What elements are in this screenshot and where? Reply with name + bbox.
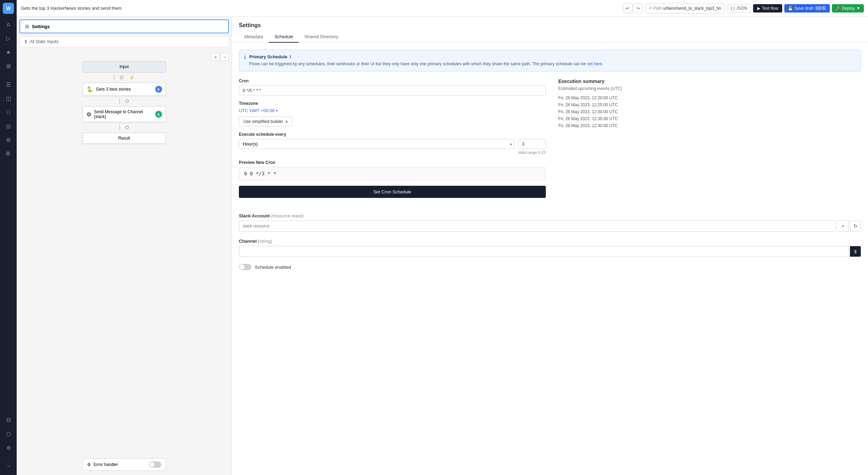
channel-section: Channel (string) $: [232, 239, 868, 264]
execute-number-input[interactable]: [518, 139, 546, 149]
sidebar-item-play[interactable]: ▷: [2, 32, 15, 44]
timezone-link[interactable]: UTC GMT +00:00 ▾: [239, 108, 278, 113]
channel-text: Channel: [239, 239, 257, 244]
valid-range-label: Valid range 0-23: [518, 150, 546, 155]
exec-event-3: Fri, 26 May 2023, 12:30:00 UTC: [558, 108, 857, 115]
result-node[interactable]: Result: [83, 133, 166, 144]
deploy-icon: 🚀: [835, 6, 841, 11]
timezone-dropdown-arrow: ▾: [276, 109, 278, 112]
static-inputs-label: All Static Inputs: [30, 39, 59, 44]
slack-account-label: Slack Account (resource-slack): [239, 213, 861, 218]
input-node[interactable]: Input: [83, 61, 166, 72]
sidebar-item-home[interactable]: ⌂: [2, 18, 15, 31]
sidebar-item-grid[interactable]: ⊞: [2, 60, 15, 72]
sidebar-item-collapse[interactable]: →: [2, 460, 15, 472]
sidebar-item-eye[interactable]: ◎: [2, 120, 15, 132]
flow-canvas: + − Input ⚡: [17, 50, 232, 475]
info-text: Flows can be triggered by any schedules,…: [249, 61, 603, 67]
simplified-caret-icon: ∧: [285, 119, 288, 124]
zoom-out-button[interactable]: −: [220, 53, 229, 61]
sidebar-item-chart[interactable]: ⊟: [2, 414, 15, 426]
info-icon: ℹ: [244, 55, 246, 67]
simplified-builder-button[interactable]: Use simplified builder ∧: [239, 117, 293, 126]
timezone-offset: GMT +00:00: [250, 108, 275, 113]
static-inputs-bar[interactable]: $ All Static Inputs: [19, 36, 229, 47]
slack-account-text: Slack Account: [239, 213, 270, 218]
left-sidebar: W ⌂ ▷ ★ ⊞ ☰ ◫ ⚇ ◎ ⚙ ⛨ ⊟ ◻ ⊛ →: [0, 0, 17, 475]
save-draft-button[interactable]: 💾 Save draft Ctrl S: [784, 4, 830, 12]
settings-header-label: Settings: [32, 24, 50, 29]
set-cron-button[interactable]: Set Cron Schedule: [239, 186, 546, 198]
sidebar-item-layers[interactable]: ◫: [2, 92, 15, 105]
zoom-in-button[interactable]: +: [211, 53, 220, 61]
slack-add-button[interactable]: +: [837, 220, 849, 232]
sidebar-item-calendar[interactable]: ☰: [2, 78, 15, 91]
python-icon: 🐍: [86, 86, 93, 93]
settings-columns: Cron Timezone UTC GMT +00:00 ▾: [239, 78, 861, 206]
exec-event-1: Fri, 26 May 2023, 12:20:00 UTC: [558, 94, 857, 101]
preview-cron-value: 0 0 */3 * *: [239, 167, 546, 180]
settings-tabs: Metadata Schedule Shared Directory: [232, 31, 868, 43]
exec-title: Execution summary: [558, 78, 857, 84]
vertical-line-3: [119, 124, 120, 131]
sidebar-item-star[interactable]: ★: [2, 46, 15, 58]
sidebar-item-users[interactable]: ⚇: [2, 106, 15, 118]
execute-row: Hour(s) Minute(s) Day(s) ▾ Valid range 0…: [239, 139, 546, 155]
dollar-icon: $: [25, 39, 27, 44]
schedule-enabled-label: Schedule enabled: [255, 265, 291, 270]
channel-dollar-button[interactable]: $: [850, 246, 861, 257]
timezone-label: Timezone: [239, 101, 546, 106]
unit-select[interactable]: Hour(s) Minute(s) Day(s): [239, 139, 515, 149]
vertical-line-2: [119, 98, 120, 104]
path-section: ✏ Path u/henri/send_to_slack_top3_hn: [646, 3, 724, 14]
sidebar-item-github[interactable]: ⊛: [2, 441, 15, 454]
error-handler-bar: ⚙ Error handler: [83, 458, 166, 471]
channel-input-row: $: [239, 246, 861, 257]
sidebar-item-settings[interactable]: ⚙: [2, 134, 15, 146]
schedule-enabled-toggle[interactable]: [239, 264, 251, 270]
sidebar-item-shield[interactable]: ⛨: [2, 148, 15, 160]
tab-shared-directory[interactable]: Shared Directory: [299, 31, 344, 43]
settings-content: ℹ Primary Schedule ℹ Flows can be trigge…: [232, 43, 868, 213]
step-node-2[interactable]: ⚙ Send Message to Channel (slack) a: [83, 106, 166, 122]
execution-summary: Execution summary Estimated upcoming eve…: [554, 78, 861, 206]
save-kbd: Ctrl S: [815, 6, 826, 10]
json-button[interactable]: { } JSON: [727, 4, 751, 12]
preview-cron-label: Preview New Cron: [239, 160, 546, 165]
test-flow-button[interactable]: ▶ Test flow: [753, 4, 782, 12]
flow-nodes: Input ⚡ 🐍 Gets 3 best stories: [21, 54, 227, 144]
execute-schedule-label: Execute schedule every: [239, 132, 546, 137]
json-label: JSON: [736, 6, 747, 11]
cron-input[interactable]: [239, 85, 546, 95]
preview-cron-group: Preview New Cron 0 0 */3 * *: [239, 160, 546, 180]
undo-button[interactable]: ↩: [623, 3, 633, 13]
slack-resource-input[interactable]: [239, 220, 836, 232]
error-handler-toggle[interactable]: [149, 461, 161, 468]
timezone-value: UTC: [239, 108, 248, 113]
connector-dot-3[interactable]: [125, 126, 129, 129]
info-link[interactable]: set here: [587, 61, 602, 66]
save-draft-label: Save draft: [794, 6, 813, 11]
zoom-controls: + −: [211, 53, 229, 61]
redo-button[interactable]: ↪: [633, 3, 643, 13]
deploy-arrow: ▼: [856, 6, 860, 11]
settings-left-column: Cron Timezone UTC GMT +00:00 ▾: [239, 78, 546, 206]
exec-event-4: Fri, 26 May 2023, 12:35:00 UTC: [558, 115, 857, 122]
error-handler-icon: ⚙: [87, 462, 91, 467]
info-banner: ℹ Primary Schedule ℹ Flows can be trigge…: [239, 50, 861, 72]
flow-panel: ⊞ Settings $ All Static Inputs + − Input: [17, 17, 232, 475]
flow-settings-header[interactable]: ⊞ Settings: [19, 19, 229, 33]
step-node-1[interactable]: 🐍 Gets 3 best stories b: [83, 83, 166, 96]
vertical-line-1: [114, 74, 114, 81]
timezone-group: Timezone UTC GMT +00:00 ▾ Use simplified…: [239, 101, 546, 126]
sidebar-item-chat[interactable]: ◻: [2, 427, 15, 440]
slack-refresh-button[interactable]: ↻: [850, 220, 861, 232]
deploy-button[interactable]: 🚀 Deploy ▼: [832, 4, 864, 12]
connector-dot-2[interactable]: [125, 99, 129, 103]
add-connector-dot[interactable]: [120, 76, 123, 79]
tab-metadata[interactable]: Metadata: [239, 31, 269, 43]
channel-input[interactable]: [239, 246, 849, 257]
cron-label: Cron: [239, 78, 546, 83]
tab-schedule[interactable]: Schedule: [269, 31, 299, 43]
lightning-icon: ⚡: [129, 75, 135, 80]
